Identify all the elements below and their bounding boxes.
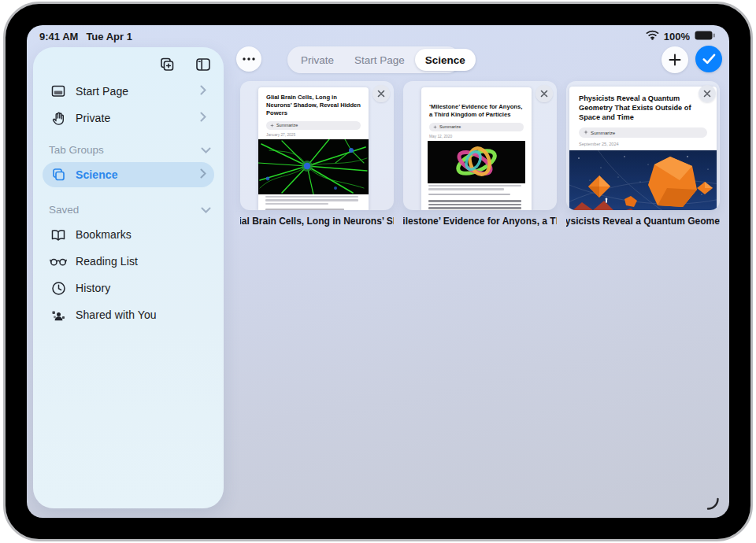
sidebar: Start Page Private Tab Groups [33,47,224,508]
chevron-right-icon [200,84,206,98]
neuron-article-image [258,139,369,194]
tab-thumbnail-anyons[interactable]: ‘Milestone’ Evidence for Anyons, a Third… [403,81,557,210]
segment-science[interactable]: Science [415,49,476,71]
sidebar-item-label: Science [76,168,200,181]
tab-title-text: ‘Milestone’ Evidence for Anyons, a Th… [403,216,557,227]
new-tab-button[interactable] [662,46,688,73]
summarize-button: Summarize [266,121,361,130]
status-time: 9:41 AM [39,31,78,42]
segment-start-page[interactable]: Start Page [344,49,415,71]
more-options-button[interactable] [236,46,261,72]
new-tab-group-button[interactable] [158,55,176,74]
tab-thumbnail-quantum[interactable]: Physicists Reveal a Quantum Geometry Tha… [566,81,720,210]
chevron-down-icon [201,144,211,156]
close-tab-button[interactable] [536,85,553,102]
sidebar-item-shared-with-you[interactable]: Shared with You [43,302,214,327]
page-title: ‘Milestone’ Evidence for Anyons, a Third… [421,87,532,119]
tab-title-quantum[interactable]: Physicists Reveal a Quantum Geometr… [566,215,720,227]
summarize-button: Summarize [429,123,524,131]
sidebar-item-label: Bookmarks [76,228,206,241]
chevron-right-icon [200,168,206,182]
done-button[interactable] [695,46,722,72]
sidebar-item-reading-list[interactable]: Reading List [43,249,214,274]
tab-group-icon [49,167,68,183]
tab-title-glial[interactable]: Glial Brain Cells, Long in Neurons’ Sh… [240,215,394,227]
safari-tab-overview: 9:41 AM Tue Apr 1 100% [27,25,729,518]
chevron-down-icon [201,204,211,216]
ipad-screenshot: 9:41 AM Tue Apr 1 100% [0,0,756,543]
sidebar-item-science[interactable]: Science [43,162,214,187]
tab-title-text: Physicists Reveal a Quantum Geometr… [566,216,720,227]
segment-label: Private [301,54,334,66]
sidebar-item-start-page[interactable]: Start Page [43,79,214,104]
segment-label: Start Page [354,54,405,66]
sidebar-item-label: Reading List [76,255,206,268]
page-curl-handle[interactable] [706,497,720,511]
sidebar-item-bookmarks[interactable]: Bookmarks [43,222,214,247]
summarize-label: Summarize [439,124,461,129]
wifi-icon [646,30,659,42]
battery-percent: 100% [664,31,690,42]
sidebar-item-private[interactable]: Private [43,105,214,131]
sidebar-item-label: Start Page [76,85,200,98]
close-tab-button[interactable] [699,85,716,102]
section-header-saved[interactable]: Saved [49,201,214,217]
tab-title-anyons[interactable]: ‘Milestone’ Evidence for Anyons, a Th… [403,215,557,227]
segment-private[interactable]: Private [291,49,344,71]
chevron-right-icon [200,111,206,125]
sidebar-item-label: Shared with You [76,308,206,321]
toggle-sidebar-button[interactable] [194,55,213,74]
quantum-geometry-article-image [569,150,717,210]
hand-icon [49,111,68,126]
summarize-button: Summarize [579,127,707,138]
article-date: May 12, 2020 [429,135,524,139]
page-title: Physicists Reveal a Quantum Geometry Tha… [569,87,717,123]
tab-title-text: Glial Brain Cells, Long in Neurons’ Sh… [240,216,394,227]
sidebar-item-label: History [76,282,206,294]
article-date: January 27, 2025 [266,133,361,137]
battery-icon [695,31,715,42]
status-date: Tue Apr 1 [86,31,132,42]
section-header-tab-groups[interactable]: Tab Groups [49,142,214,157]
eyeglasses-icon [49,256,68,267]
book-icon [49,228,68,242]
status-bar: 9:41 AM Tue Apr 1 100% [27,25,729,46]
section-title: Saved [49,204,79,216]
shared-with-you-icon [49,308,68,322]
article-date: September 25, 2024 [579,142,707,146]
tab-group-switcher: Private Start Page Science [287,46,461,73]
close-tab-button[interactable] [372,85,390,102]
summarize-label: Summarize [276,123,298,127]
start-page-icon [49,84,68,98]
anyons-article-image [428,141,525,183]
page-title: Glial Brain Cells, Long in Neurons’ Shad… [258,87,369,117]
tab-thumbnail-glial[interactable]: Glial Brain Cells, Long in Neurons’ Shad… [240,81,394,210]
sidebar-item-history[interactable]: History [43,275,214,301]
section-title: Tab Groups [49,144,104,156]
segment-label: Science [425,54,465,66]
sidebar-item-label: Private [76,112,200,124]
clock-icon [49,281,68,296]
summarize-label: Summarize [591,130,615,135]
